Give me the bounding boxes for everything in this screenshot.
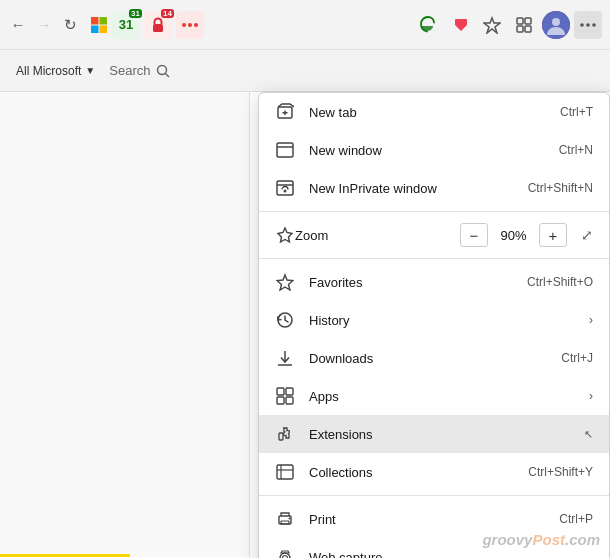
svg-point-6 bbox=[188, 23, 192, 27]
webcapture-icon bbox=[275, 547, 295, 558]
back-icon[interactable]: ← bbox=[8, 15, 28, 35]
divider-3 bbox=[259, 495, 609, 496]
chevron-down-icon: ▼ bbox=[85, 65, 95, 76]
new-tab-shortcut: Ctrl+T bbox=[560, 105, 593, 119]
collections-menu-item[interactable]: Collections Ctrl+Shift+Y bbox=[259, 453, 609, 491]
collections-toolbar-icon[interactable] bbox=[510, 11, 538, 39]
pocket-icon-btn[interactable] bbox=[446, 11, 474, 39]
history-arrow-icon: › bbox=[589, 313, 593, 327]
history-icon bbox=[275, 310, 295, 330]
refresh-icon[interactable]: ↻ bbox=[60, 15, 80, 35]
new-window-menu-item[interactable]: New window Ctrl+N bbox=[259, 131, 609, 169]
svg-rect-37 bbox=[279, 433, 283, 440]
apps-menu-item[interactable]: Apps › bbox=[259, 377, 609, 415]
extensions-icon bbox=[275, 424, 295, 444]
inprivate-label: New InPrivate window bbox=[309, 181, 514, 196]
address-bar-row: All Microsoft ▼ Search bbox=[0, 50, 610, 92]
ms-icon bbox=[90, 16, 108, 34]
svg-point-5 bbox=[182, 23, 186, 27]
downloads-label: Downloads bbox=[309, 351, 547, 366]
svg-point-7 bbox=[194, 23, 198, 27]
lock-extension-btn[interactable]: 14 bbox=[144, 11, 172, 39]
divider-1 bbox=[259, 211, 609, 212]
print-shortcut: Ctrl+P bbox=[559, 512, 593, 526]
svg-rect-3 bbox=[100, 25, 108, 33]
svg-rect-11 bbox=[517, 26, 523, 32]
new-window-shortcut: Ctrl+N bbox=[559, 143, 593, 157]
svg-point-43 bbox=[289, 518, 291, 520]
print-label: Print bbox=[309, 512, 545, 527]
favorites-label: Favorites bbox=[309, 275, 513, 290]
svg-rect-36 bbox=[286, 397, 293, 404]
svg-rect-1 bbox=[100, 17, 108, 25]
downloads-menu-item[interactable]: Downloads Ctrl+J bbox=[259, 339, 609, 377]
new-tab-menu-item[interactable]: New tab Ctrl+T bbox=[259, 93, 609, 131]
collections-shortcut: Ctrl+Shift+Y bbox=[528, 465, 593, 479]
extensions-label: Extensions bbox=[309, 427, 570, 442]
history-label: History bbox=[309, 313, 575, 328]
apps-label: Apps bbox=[309, 389, 575, 404]
svg-point-17 bbox=[592, 23, 596, 27]
svg-rect-12 bbox=[525, 26, 531, 32]
print-menu-item[interactable]: Print Ctrl+P bbox=[259, 500, 609, 538]
webcapture-menu-item[interactable]: Web capture bbox=[259, 538, 609, 558]
apps-arrow-icon: › bbox=[589, 389, 593, 403]
context-menu: New tab Ctrl+T New window Ctrl+N bbox=[258, 92, 610, 558]
all-microsoft-btn[interactable]: All Microsoft ▼ bbox=[10, 61, 101, 81]
svg-rect-35 bbox=[277, 397, 284, 404]
svg-rect-4 bbox=[153, 24, 163, 32]
edge-icon-btn[interactable] bbox=[414, 11, 442, 39]
new-window-label: New window bbox=[309, 143, 545, 158]
inprivate-icon bbox=[275, 178, 295, 198]
svg-marker-8 bbox=[484, 18, 500, 33]
svg-rect-10 bbox=[525, 18, 531, 24]
zoom-plus-btn[interactable]: + bbox=[539, 223, 567, 247]
search-btn[interactable]: Search bbox=[109, 63, 600, 78]
collections-icon bbox=[275, 462, 295, 482]
zoom-label: Zoom bbox=[295, 228, 460, 243]
page-content bbox=[0, 92, 250, 557]
favorites-menu-item[interactable]: Favorites Ctrl+Shift+O bbox=[259, 263, 609, 301]
zoom-icon bbox=[275, 225, 295, 245]
collections-label: Collections bbox=[309, 465, 514, 480]
more-options-btn[interactable] bbox=[574, 11, 602, 39]
svg-point-15 bbox=[580, 23, 584, 27]
zoom-expand-icon[interactable]: ⤢ bbox=[581, 227, 593, 243]
apps-icon bbox=[275, 386, 295, 406]
yellow-bar bbox=[0, 554, 130, 557]
webcapture-label: Web capture bbox=[309, 550, 593, 559]
multi-ext-btn[interactable] bbox=[176, 11, 204, 39]
svg-point-27 bbox=[284, 190, 287, 193]
svg-rect-9 bbox=[517, 18, 523, 24]
svg-rect-25 bbox=[277, 181, 293, 195]
forward-icon[interactable]: → bbox=[34, 15, 54, 35]
history-menu-item[interactable]: History › bbox=[259, 301, 609, 339]
zoom-row: Zoom − 90% + ⤢ bbox=[259, 216, 609, 254]
download-icon bbox=[275, 348, 295, 368]
zoom-controls: − 90% + ⤢ bbox=[460, 223, 593, 247]
lock-badge: 14 bbox=[161, 9, 174, 18]
star-toolbar-icon[interactable] bbox=[478, 11, 506, 39]
svg-rect-42 bbox=[281, 521, 289, 524]
svg-point-16 bbox=[586, 23, 590, 27]
search-icon bbox=[156, 64, 170, 78]
new-tab-label: New tab bbox=[309, 105, 546, 120]
inprivate-shortcut: Ctrl+Shift+N bbox=[528, 181, 593, 195]
svg-point-14 bbox=[552, 18, 560, 26]
cursor-icon: ↖ bbox=[584, 428, 593, 441]
favorites-shortcut: Ctrl+Shift+O bbox=[527, 275, 593, 289]
svg-rect-38 bbox=[277, 465, 293, 479]
svg-marker-28 bbox=[278, 228, 292, 242]
new-inprivate-menu-item[interactable]: New InPrivate window Ctrl+Shift+N bbox=[259, 169, 609, 207]
print-icon bbox=[275, 509, 295, 529]
calendar-extension-btn[interactable]: 31 31 bbox=[112, 11, 140, 39]
divider-2 bbox=[259, 258, 609, 259]
extensions-menu-item[interactable]: Extensions ↖ bbox=[259, 415, 609, 453]
avatar[interactable] bbox=[542, 11, 570, 39]
zoom-minus-btn[interactable]: − bbox=[460, 223, 488, 247]
tab-bar: ← → ↻ 31 31 14 bbox=[0, 0, 610, 50]
new-tab-icon bbox=[275, 102, 295, 122]
svg-rect-2 bbox=[91, 25, 99, 33]
svg-rect-0 bbox=[91, 17, 99, 25]
svg-rect-33 bbox=[277, 388, 284, 395]
